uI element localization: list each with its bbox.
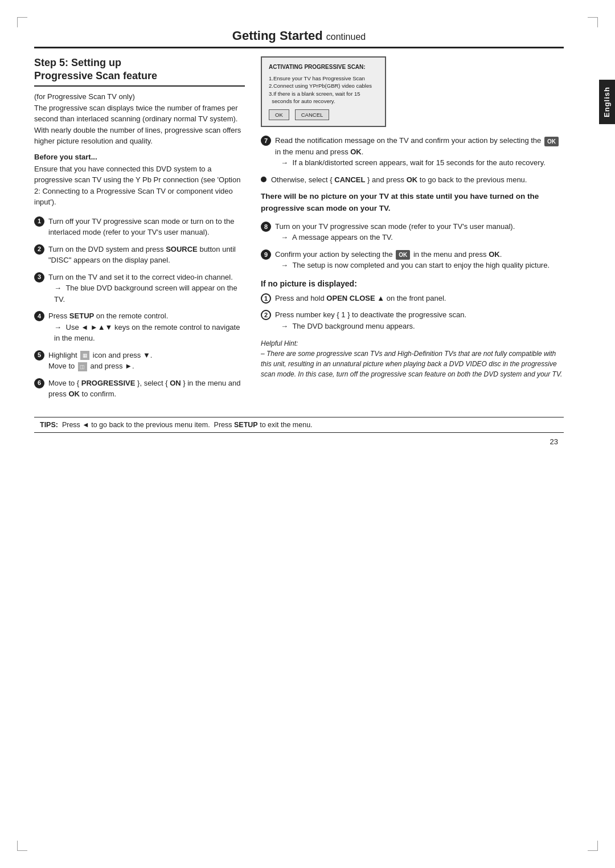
step-item-5: 5 Highlight ▦ icon and press ▼. Move to … (34, 350, 245, 372)
step-num-5: 5 (34, 350, 44, 361)
tv-ok-button: OK (269, 109, 289, 120)
step-content-4: Press SETUP on the remote control. → Use… (48, 310, 245, 344)
step-content-1: Turn off your TV progressive scan mode o… (48, 216, 245, 238)
helpful-hint-text: – There are some progressive scan TVs an… (261, 350, 562, 378)
page-number: 23 (34, 437, 564, 446)
step-num-1: 1 (34, 216, 44, 227)
tips-label: TIPS: (40, 421, 58, 429)
move-icon: ◫ (78, 362, 87, 371)
step-item-1: 1 Turn off your TV progressive scan mode… (34, 216, 245, 238)
header-title: Getting Started (232, 28, 323, 43)
corner-mark-tl (17, 17, 27, 27)
if-no-picture-title: If no picture is displayed: (261, 279, 564, 288)
bullet-content-cancel: Otherwise, select { CANCEL } and press O… (271, 174, 564, 186)
step-content-7: Read the notification message on the TV … (275, 135, 564, 169)
step-item-3: 3 Turn on the TV and set it to the corre… (34, 272, 245, 305)
tips-bar: TIPS: Press ◄ to go back to the previous… (34, 417, 564, 433)
corner-mark-tr (588, 17, 598, 27)
step-item-7: 7 Read the notification message on the T… (261, 135, 564, 169)
step-content-3: Turn on the TV and set it to the correct… (48, 272, 245, 305)
if-no-picture-section: If no picture is displayed: 1 Press and … (261, 279, 564, 332)
left-steps-list: 1 Turn off your TV progressive scan mode… (34, 216, 245, 400)
step-num-7: 7 (261, 136, 271, 146)
english-tab: English (599, 80, 615, 124)
step-content-9: Confirm your action by selecting the OK … (275, 249, 564, 271)
no-pic-content-1: Press and hold OPEN CLOSE ▲ on the front… (275, 293, 564, 304)
no-pic-step-1: 1 Press and hold OPEN CLOSE ▲ on the fro… (261, 293, 564, 304)
tv-screen-title: ACTIVATING PROGRESSIVE SCAN: (269, 63, 378, 71)
step-num-8: 8 (261, 222, 271, 232)
ok-inline-btn: OK (544, 137, 559, 146)
tv-screen-buttons: OK CANCEL (269, 109, 378, 120)
step-item-4: 4 Press SETUP on the remote control. → U… (34, 310, 245, 344)
right-column: ACTIVATING PROGRESSIVE SCAN: 1.Ensure yo… (261, 56, 564, 406)
step-num-6: 6 (34, 378, 44, 388)
step-content-5: Highlight ▦ icon and press ▼. Move to ◫ … (48, 350, 245, 372)
tv-cancel-button: CANCEL (295, 109, 330, 120)
ok-inline-btn-2: OK (396, 250, 410, 260)
before-start-text: Ensure that you have connected this DVD … (34, 163, 245, 208)
warning-block: There will be no picture on your TV at t… (261, 191, 564, 214)
page-header: Getting Started continued (34, 28, 564, 48)
header-continued: continued (326, 32, 366, 42)
corner-mark-bl (17, 841, 27, 851)
helpful-hint-title: Helpful Hint: (261, 339, 298, 347)
step-content-2: Turn on the DVD system and press SOURCE … (48, 244, 245, 266)
left-column: Step 5: Setting upProgressive Scan featu… (34, 56, 245, 406)
bullet-dot (261, 177, 266, 182)
step-num-2: 2 (34, 244, 44, 255)
highlight-icon: ▦ (80, 351, 89, 360)
intro-text: (for Progressive Scan TV only) The progr… (34, 91, 245, 147)
step-item-6: 6 Move to { PROGRESSIVE }, select { ON }… (34, 378, 245, 400)
step-content-6: Move to { PROGRESSIVE }, select { ON } i… (48, 378, 245, 400)
no-pic-content-2: Press number key { 1 } to deactivate the… (275, 309, 564, 331)
no-pic-step-num-2: 2 (261, 310, 271, 320)
no-pic-step-2: 2 Press number key { 1 } to deactivate t… (261, 309, 564, 331)
step-num-9: 9 (261, 249, 271, 260)
before-start-title: Before you start... (34, 153, 245, 161)
step-num-3: 3 (34, 272, 44, 282)
corner-mark-br (588, 841, 598, 851)
bullet-item-cancel: Otherwise, select { CANCEL } and press O… (261, 174, 564, 186)
step-heading: Step 5: Setting upProgressive Scan featu… (34, 56, 245, 87)
step-num-4: 4 (34, 311, 44, 321)
step-item-8: 8 Turn on your TV progressive scan mode … (261, 221, 564, 243)
no-pic-step-num-1: 1 (261, 293, 271, 304)
helpful-hint-section: Helpful Hint: – There are some progressi… (261, 338, 564, 379)
step-item-2: 2 Turn on the DVD system and press SOURC… (34, 244, 245, 266)
tv-screen-diagram: ACTIVATING PROGRESSIVE SCAN: 1.Ensure yo… (261, 56, 386, 127)
step-item-9: 9 Confirm your action by selecting the O… (261, 249, 564, 271)
step-content-8: Turn on your TV progressive scan mode (r… (275, 221, 564, 243)
tv-screen-text: 1.Ensure your TV has Progressive Scan 2.… (269, 75, 378, 105)
